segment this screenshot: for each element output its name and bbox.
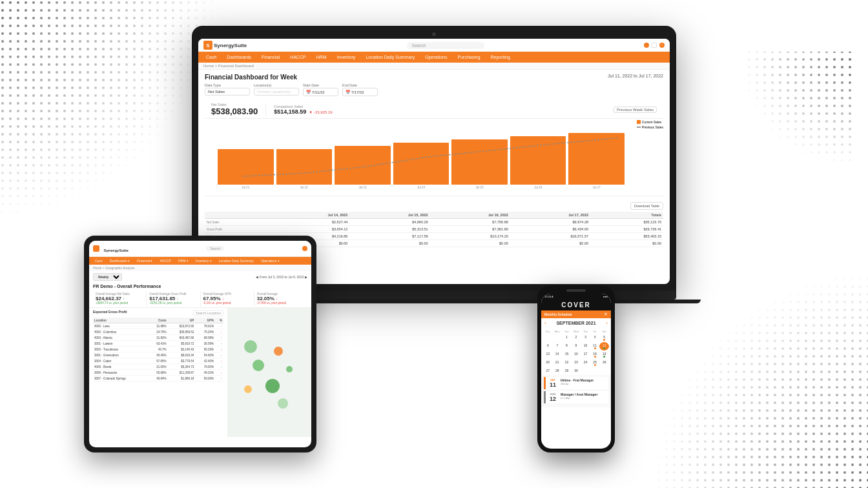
legend-current: Current Sales — [637, 120, 663, 124]
tablet-table-area: Expected Gross Profit Search Locations L… — [89, 308, 227, 437]
bar-1: Jul 11 — [218, 119, 274, 189]
nav-haccp[interactable]: HACCP — [287, 54, 309, 61]
tablet-table-row: 4006 - Bowie21.00%$5,264.7379.00%↑ — [93, 364, 223, 370]
cal-day[interactable]: 26 — [599, 359, 609, 367]
cal-day[interactable]: 22 — [562, 359, 572, 367]
laptop-logo-text: SynergySuite — [214, 43, 247, 48]
cal-day[interactable]: 21 — [553, 359, 563, 367]
tablet-table-row: 4003 - Atlanta31.92%$43,487.8068.08%↑ — [93, 335, 223, 341]
table-row: Gross Profit $3,654.12 $5,313.51 $7,361.… — [205, 226, 663, 233]
section-title: Monthly Schedule — [544, 312, 572, 316]
kpi-overall-avg: Overall Average 32.05% ↓ -0.76% vs. prio… — [254, 291, 307, 306]
nav-dashboards[interactable]: Dashboards — [224, 54, 254, 61]
svg-text:S: S — [206, 43, 210, 48]
nav-cash[interactable]: Cash — [203, 54, 219, 61]
cal-day[interactable]: 19 — [599, 351, 609, 359]
tablet-breadcrumb: Home > Geographic Analysis — [89, 265, 311, 271]
laptop-search[interactable]: Search — [407, 42, 484, 49]
nav-operations[interactable]: Operations — [422, 54, 450, 61]
prev-month-button[interactable]: ‹ — [544, 320, 546, 326]
tnav-inventory[interactable]: Inventory ▾ — [194, 258, 214, 263]
tablet-controls: Weekly ◀ From Jul 3, 2022 to Jul 9, 2022… — [89, 271, 311, 283]
cal-day — [553, 334, 563, 342]
cal-day[interactable]: 11 — [590, 342, 600, 351]
cal-month-label: SEPTEMBER 2021 — [556, 321, 595, 325]
status-time: 10:58 A — [544, 295, 553, 298]
kpi-net-sales: Overall Average Net Sales $24,662.37 ↑ +… — [93, 291, 147, 306]
nav-purchasing[interactable]: Purchasing — [455, 54, 483, 61]
tnav-location[interactable]: Location Daily Summary — [217, 258, 256, 263]
cal-day[interactable]: 4 — [590, 334, 600, 342]
cal-day[interactable]: 2 — [572, 334, 581, 342]
cal-day[interactable]: 13 — [543, 351, 553, 359]
tablet-table-row: 3004 - Cabot57.65%$3,779.5442.40%↓ — [93, 358, 223, 364]
tnav-cash[interactable]: Cash — [93, 258, 105, 263]
tablet-map-area — [227, 308, 311, 437]
bar-label-7: Jul 17 — [593, 186, 601, 189]
bar-label-2: Jul 12 — [300, 186, 308, 189]
compare-period-select[interactable]: Previous Week Sales — [614, 107, 657, 113]
tablet-period-select[interactable]: Weekly — [93, 273, 122, 281]
nav-location-daily[interactable]: Location Daily Summary — [363, 54, 417, 61]
cal-day[interactable]: 20 — [543, 359, 553, 367]
phone-cal-grid: Sun Mon Tue Wed Thu Fri Sat 123456789101… — [541, 328, 611, 375]
cal-day[interactable]: 5 — [599, 334, 609, 342]
laptop-breadcrumb: Home > Financial Dashboard — [198, 63, 670, 70]
cal-day[interactable]: 23 — [572, 359, 581, 367]
phone-section-header: Monthly Schedule ✕ — [541, 310, 611, 318]
tablet-logo-text: SynergySuite — [103, 249, 128, 252]
close-icon[interactable]: ✕ — [604, 312, 608, 317]
tnav-financial[interactable]: Financial ▾ — [135, 258, 154, 263]
bar-3: Jul 13 — [335, 119, 391, 189]
tablet-main-title: FR Demo - Overall Performance — [89, 283, 311, 290]
phone-cal-nav: ‹ SEPTEMBER 2021 › — [541, 318, 611, 328]
bar-label-3: Jul 13 — [358, 186, 366, 189]
laptop-filters: Data Type Net Sales Location(s) Choose L… — [205, 83, 663, 96]
cal-day[interactable]: 24 — [581, 359, 590, 367]
col-jul17: Jul 17, 2022 — [510, 212, 590, 219]
tnav-operations[interactable]: Operations ▾ — [259, 258, 282, 263]
next-month-button[interactable]: › — [606, 320, 608, 326]
col-location — [205, 212, 269, 219]
tnav-haccp[interactable]: HACCP — [158, 258, 173, 263]
nav-inventory[interactable]: Inventory — [335, 54, 358, 61]
th-gp: GP — [168, 318, 196, 323]
location-select[interactable]: Choose Location(s) — [254, 88, 299, 96]
download-table-button[interactable]: Download Table — [630, 202, 663, 210]
bar-rect-4 — [393, 143, 450, 185]
cal-day[interactable]: 25 — [590, 359, 600, 367]
event-1: SAT 11 Hitime - Frat Manager 10a-6p — [544, 377, 608, 389]
cal-day[interactable]: 15 — [562, 351, 572, 359]
end-date-label: End Date — [342, 83, 378, 87]
tnav-hrm[interactable]: HRM ▾ — [176, 258, 191, 263]
cal-day[interactable]: 27 — [543, 367, 553, 374]
cal-day[interactable]: 30 — [572, 367, 581, 374]
main-sales-value: Net Sales $538,083.90 — [211, 103, 258, 116]
cal-day[interactable]: 16 — [572, 351, 581, 359]
filter-location: Location(s) Choose Location(s) — [254, 83, 299, 96]
end-date-input[interactable]: 📅 7/17/22 — [342, 88, 378, 96]
cal-day[interactable]: 14 — [553, 351, 563, 359]
cal-day[interactable]: 17 — [581, 351, 590, 359]
cal-day[interactable]: 8 — [562, 342, 572, 351]
tablet-search[interactable]: Search — [206, 246, 224, 251]
cal-day[interactable]: 1 — [562, 334, 572, 342]
tablet-search-loc[interactable]: Search Locations — [193, 310, 223, 316]
tnav-dashboards[interactable]: Dashboards ▾ — [108, 258, 132, 263]
cal-day[interactable]: 28 — [553, 367, 563, 374]
cal-day[interactable]: 29 — [562, 367, 572, 374]
nav-financial[interactable]: Financial — [259, 54, 282, 61]
nav-reporting[interactable]: Reporting — [488, 54, 513, 61]
cal-day[interactable]: 6 — [543, 342, 553, 351]
cal-day[interactable]: 10 — [581, 342, 590, 351]
cal-day[interactable]: 7 — [553, 342, 563, 351]
data-type-select[interactable]: Net Sales — [205, 88, 250, 96]
cal-day[interactable]: 18 — [590, 351, 600, 359]
nav-hrm[interactable]: HRM — [314, 54, 329, 61]
legend-previous: Previous Sales — [637, 125, 663, 129]
cal-day[interactable]: 12 — [599, 342, 609, 351]
cal-day[interactable]: 9 — [572, 342, 581, 351]
cal-day[interactable]: 3 — [581, 334, 590, 342]
map-dot-6 — [286, 366, 293, 372]
start-date-input[interactable]: 📅 7/11/22 — [303, 88, 338, 96]
